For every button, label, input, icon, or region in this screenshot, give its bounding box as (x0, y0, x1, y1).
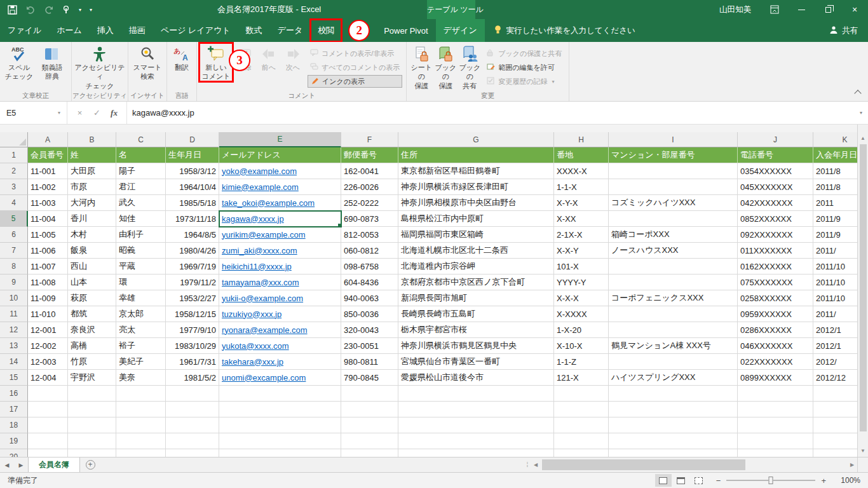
cell-I9[interactable] (609, 274, 738, 290)
cell-J6[interactable]: 092XXXXXXX (738, 227, 813, 243)
cell-B2[interactable]: 大田原 (68, 163, 116, 179)
row-header-18[interactable]: 18 (0, 417, 28, 433)
cell-B11[interactable]: 都筑 (68, 306, 116, 322)
cell-H5[interactable]: X-XX (554, 211, 609, 227)
undo-icon[interactable] (25, 5, 36, 14)
cell-H14[interactable]: 1-1-Z (554, 354, 609, 370)
vertical-scrollbar[interactable]: ▲ ▼ (857, 125, 868, 457)
cell-K13[interactable]: 2012/1 (813, 338, 857, 354)
email-link[interactable]: unomi@excample.com (222, 373, 306, 383)
cell-I13[interactable]: 鶴見マンションA棟 XXX号 (609, 338, 738, 354)
horizontal-scroll-thumb[interactable] (542, 459, 745, 470)
email-link[interactable]: takehara@xxx.jp (222, 357, 283, 367)
cell-E17[interactable] (219, 402, 341, 417)
cell-B4[interactable]: 大河内 (68, 195, 116, 211)
cell-C13[interactable]: 裕子 (116, 338, 166, 354)
cell-D5[interactable]: 1973/11/18 (166, 211, 219, 227)
cell-K6[interactable]: 2011/9 (813, 227, 857, 243)
translate-button[interactable]: あA 翻訳 (170, 43, 194, 72)
spell-check-button[interactable]: ABC スペルチェック (3, 43, 36, 81)
cell-J11[interactable]: 0959XXXXXX (738, 306, 813, 322)
cell-K18[interactable] (813, 417, 857, 433)
cell-C9[interactable]: 環 (116, 274, 166, 290)
cell-K17[interactable] (813, 402, 857, 417)
cell-J2[interactable]: 0354XXXXXX (738, 163, 813, 179)
cell-C17[interactable] (116, 402, 166, 417)
sheet-nav-left-icon[interactable]: ◀ (0, 458, 14, 472)
normal-view-button[interactable] (655, 474, 672, 487)
cell-C11[interactable]: 京太郎 (116, 306, 166, 322)
show-hide-comment-button[interactable]: コメントの表示/非表示 (308, 47, 402, 60)
cell-H10[interactable]: X-X-X (554, 290, 609, 306)
cell-C3[interactable]: 君江 (116, 179, 166, 195)
cell-K3[interactable]: 2011/8 (813, 179, 857, 195)
ribbon-tab-power-pivot[interactable]: Power Pivot (376, 19, 435, 42)
email-link[interactable]: yukii-o@example.com (222, 294, 303, 303)
cell-F2[interactable]: 162-0041 (341, 163, 398, 179)
cell-F12[interactable]: 320-0043 (341, 322, 398, 338)
cell-B10[interactable]: 萩原 (68, 290, 116, 306)
cell-B16[interactable] (68, 386, 116, 402)
cell-F15[interactable]: 790-0845 (341, 370, 398, 386)
email-link[interactable]: kimie@example.com (222, 182, 299, 192)
cell-G20[interactable] (398, 449, 554, 457)
cell-D16[interactable] (166, 386, 219, 402)
protect-sheet-button[interactable]: シートの保護 (409, 43, 433, 90)
cell-J14[interactable]: 022XXXXXXX (738, 354, 813, 370)
cell-J3[interactable]: 045XXXXXXX (738, 179, 813, 195)
cell-G2[interactable]: 東京都新宿区早稲田鶴巻町 (398, 163, 554, 179)
cell-E8[interactable]: heikichi11@xxxx.jp (219, 259, 341, 274)
new-comment-button[interactable]: 新しいコメント (200, 43, 233, 81)
cell-D13[interactable]: 1983/10/29 (166, 338, 219, 354)
cell-D7[interactable]: 1980/4/26 (166, 243, 219, 259)
previous-comment-button[interactable]: 前へ (257, 43, 281, 72)
zoom-percentage[interactable]: 100% (835, 476, 860, 485)
cell-I16[interactable] (609, 386, 738, 402)
cell-G12[interactable]: 栃木県宇都宮市桜 (398, 322, 554, 338)
collapse-ribbon-icon[interactable] (854, 90, 861, 97)
cell-B9[interactable]: 山本 (68, 274, 116, 290)
cell-K11[interactable]: 2011/ (813, 306, 857, 322)
cell-A18[interactable] (28, 417, 68, 433)
horizontal-scrollbar[interactable]: ◀ ▶ (531, 458, 857, 472)
row-header-13[interactable]: 13 (0, 338, 28, 354)
cell-H2[interactable]: XXXX-X (554, 163, 609, 179)
cell-A10[interactable]: 11-009 (28, 290, 68, 306)
insert-function-icon[interactable]: fx (105, 108, 123, 118)
cell-K9[interactable]: 2011/10 (813, 274, 857, 290)
cell-H1[interactable]: 番地 (554, 147, 609, 163)
cell-E7[interactable]: zumi_aki@xxxx.com (219, 243, 341, 259)
cell-D10[interactable]: 1953/2/27 (166, 290, 219, 306)
cell-K2[interactable]: 2011/8 (813, 163, 857, 179)
cell-A15[interactable]: 12-004 (28, 370, 68, 386)
cell-I6[interactable]: 箱崎コーポXXX (609, 227, 738, 243)
cell-K4[interactable]: 2011 (813, 195, 857, 211)
cell-H6[interactable]: 2-1X-X (554, 227, 609, 243)
ribbon-display-options-icon[interactable] (761, 0, 788, 19)
cell-G3[interactable]: 神奈川県横浜市緑区長津田町 (398, 179, 554, 195)
cell-I18[interactable] (609, 417, 738, 433)
cell-B19[interactable] (68, 433, 116, 449)
cell-E5[interactable]: kagawa@xxxx.jp (219, 211, 341, 227)
cell-A17[interactable] (28, 402, 68, 417)
email-link[interactable]: zumi_aki@xxxx.com (222, 246, 297, 255)
scroll-right-icon[interactable]: ▶ (847, 462, 857, 468)
column-header-C[interactable]: C (116, 132, 166, 147)
cell-I7[interactable]: ノースハウスXXX (609, 243, 738, 259)
cell-D1[interactable]: 生年月日 (166, 147, 219, 163)
cell-I3[interactable] (609, 179, 738, 195)
row-header-7[interactable]: 7 (0, 243, 28, 259)
cell-H18[interactable] (554, 417, 609, 433)
thesaurus-button[interactable]: 類義語辞典 (36, 43, 69, 81)
cell-K8[interactable]: 2011/10 (813, 259, 857, 274)
cell-J1[interactable]: 電話番号 (738, 147, 813, 163)
cell-J4[interactable]: 042XXXXXXX (738, 195, 813, 211)
cell-H13[interactable]: X-10-X (554, 338, 609, 354)
cell-E16[interactable] (219, 386, 341, 402)
email-link[interactable]: yoko@example.com (222, 166, 297, 176)
cell-G18[interactable] (398, 417, 554, 433)
scroll-down-icon[interactable]: ▼ (858, 445, 868, 456)
formula-input[interactable]: kagawa@xxxx.jp (127, 102, 854, 124)
row-header-16[interactable]: 16 (0, 386, 28, 402)
cell-D20[interactable] (166, 449, 219, 457)
